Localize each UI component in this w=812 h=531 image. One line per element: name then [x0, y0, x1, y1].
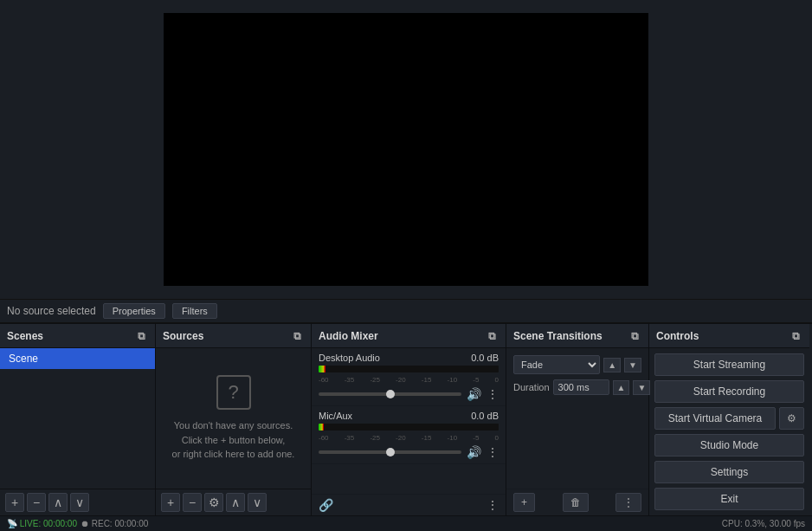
duration-label: Duration	[513, 382, 550, 392]
filters-button[interactable]: Filters	[172, 303, 217, 319]
studio-mode-button[interactable]: Studio Mode	[654, 434, 804, 457]
transitions-panel: Scene Transitions ⧉ Fade ▲ ▼ Duration ▲ …	[506, 324, 649, 515]
controls-title: Controls	[656, 330, 699, 342]
mic-aux-mute-button[interactable]: 🔊	[467, 445, 481, 459]
audio-mixer-panel: Audio Mixer ⧉ Desktop Audio 0.0 dB -60 -…	[312, 324, 506, 515]
fade-spin-up[interactable]: ▲	[603, 358, 621, 372]
audio-settings-button[interactable]: ⋮	[487, 498, 499, 512]
desktop-audio-mute-button[interactable]: 🔊	[467, 387, 481, 401]
controls-header-icons: ⧉	[789, 329, 802, 343]
audio-mixer-title: Audio Mixer	[319, 330, 378, 342]
mic-aux-channel: Mic/Aux 0.0 dB -60 -35 -25 -20 -15 -10 -…	[312, 406, 506, 464]
transitions-add-button[interactable]: +	[513, 493, 535, 512]
preview-canvas	[164, 13, 648, 286]
source-bar: No source selected Properties Filters	[0, 299, 812, 323]
settings-button[interactable]: Settings	[654, 461, 804, 483]
sources-down-button[interactable]: ∨	[248, 493, 267, 512]
desktop-audio-controls: 🔊 ⋮	[319, 387, 499, 401]
sources-footer: + − ⚙ ∧ ∨	[156, 489, 311, 515]
live-icon: 📡	[7, 519, 20, 528]
sources-empty-text: You don't have any sources. Click the + …	[172, 418, 295, 462]
audio-footer: 🔗 ⋮	[312, 494, 506, 515]
controls-content: Start Streaming Start Recording Start Vi…	[649, 348, 809, 515]
audio-maximize-icon[interactable]: ⧉	[486, 329, 499, 343]
live-time: LIVE: 00:00:00	[20, 519, 77, 528]
duration-spin-up[interactable]: ▲	[613, 380, 630, 395]
sources-remove-button[interactable]: −	[183, 493, 202, 512]
scenes-panel: Scenes ⧉ Scene + − ∧ ∨	[0, 324, 156, 515]
sources-empty[interactable]: ? You don't have any sources. Click the …	[156, 348, 311, 489]
desktop-audio-header: Desktop Audio 0.0 dB	[319, 353, 499, 363]
mic-aux-db: 0.0 dB	[471, 411, 499, 421]
mic-aux-menu-button[interactable]: ⋮	[487, 445, 499, 459]
scene-item[interactable]: Scene	[0, 348, 155, 369]
transitions-content: Fade ▲ ▼ Duration ▲ ▼	[506, 348, 648, 402]
scenes-header: Scenes ⧉	[0, 324, 155, 348]
fade-select[interactable]: Fade	[513, 355, 600, 374]
mic-aux-volume-slider[interactable]	[319, 450, 461, 454]
desktop-audio-db: 0.0 dB	[471, 353, 499, 363]
desktop-audio-meter	[319, 366, 499, 372]
desktop-audio-ticks: -60 -35 -25 -20 -15 -10 -5 0	[319, 376, 499, 384]
sources-maximize-icon[interactable]: ⧉	[291, 329, 304, 343]
no-source-label: No source selected	[7, 305, 96, 317]
mic-aux-name: Mic/Aux	[319, 411, 352, 421]
scenes-up-button[interactable]: ∧	[48, 493, 68, 512]
controls-maximize-icon[interactable]: ⧉	[789, 329, 802, 343]
properties-button[interactable]: Properties	[103, 303, 165, 319]
transitions-footer: + 🗑 ⋮	[506, 489, 648, 515]
duration-row: Duration ▲ ▼	[513, 379, 641, 395]
scenes-footer: + − ∧ ∨	[0, 489, 155, 515]
scenes-maximize-icon[interactable]: ⧉	[135, 329, 148, 343]
status-left: 📡 LIVE: 00:00:00 ⏺ REC: 00:00:00	[7, 519, 148, 528]
mic-aux-controls: 🔊 ⋮	[319, 445, 499, 459]
transitions-delete-button[interactable]: 🗑	[563, 493, 589, 512]
duration-spin-down[interactable]: ▼	[633, 380, 650, 395]
preview-area	[0, 0, 812, 299]
sources-settings-button[interactable]: ⚙	[204, 493, 223, 512]
audio-add-button[interactable]: 🔗	[319, 498, 333, 512]
mic-aux-bar	[319, 424, 324, 431]
start-virtual-camera-button[interactable]: Start Virtual Camera	[654, 407, 776, 430]
scenes-header-icons: ⧉	[135, 329, 148, 343]
exit-button[interactable]: Exit	[654, 488, 804, 510]
panels-row: Scenes ⧉ Scene + − ∧ ∨ Sources ⧉ ? You d	[0, 323, 812, 515]
desktop-audio-name: Desktop Audio	[319, 353, 380, 363]
scenes-title: Scenes	[7, 330, 43, 342]
sources-add-button[interactable]: +	[161, 493, 180, 512]
audio-mixer-header: Audio Mixer ⧉	[312, 324, 506, 348]
start-streaming-button[interactable]: Start Streaming	[654, 353, 804, 376]
start-recording-button[interactable]: Start Recording	[654, 380, 804, 403]
sources-header: Sources ⧉	[156, 324, 311, 348]
transitions-menu-button[interactable]: ⋮	[615, 493, 641, 512]
desktop-audio-menu-button[interactable]: ⋮	[487, 387, 499, 401]
desktop-audio-volume-slider[interactable]	[319, 392, 461, 396]
sources-header-icons: ⧉	[291, 329, 304, 343]
virtual-camera-settings-button[interactable]: ⚙	[779, 407, 804, 430]
live-status: 📡 LIVE: 00:00:00	[7, 519, 77, 528]
status-bar: 📡 LIVE: 00:00:00 ⏺ REC: 00:00:00 CPU: 0.…	[0, 515, 812, 531]
fade-row: Fade ▲ ▼	[513, 355, 641, 374]
transitions-header-icons: ⧉	[628, 329, 641, 343]
transitions-maximize-icon[interactable]: ⧉	[628, 329, 641, 343]
fade-spin-down[interactable]: ▼	[624, 358, 641, 372]
transitions-header: Scene Transitions ⧉	[506, 324, 648, 348]
audio-header-icons: ⧉	[486, 329, 499, 343]
mic-aux-ticks: -60 -35 -25 -20 -15 -10 -5 0	[319, 434, 499, 442]
controls-panel: Controls ⧉ Start Streaming Start Recordi…	[649, 324, 809, 515]
rec-status: ⏺ REC: 00:00:00	[81, 519, 148, 528]
duration-input[interactable]	[553, 379, 609, 395]
scenes-remove-button[interactable]: −	[27, 493, 46, 512]
rec-icon: ⏺	[81, 519, 92, 528]
sources-title: Sources	[163, 330, 203, 342]
mic-aux-header: Mic/Aux 0.0 dB	[319, 411, 499, 421]
status-right: CPU: 0.3%, 30.00 fps	[722, 519, 805, 528]
desktop-audio-channel: Desktop Audio 0.0 dB -60 -35 -25 -20 -15…	[312, 348, 506, 406]
scenes-down-button[interactable]: ∨	[70, 493, 89, 512]
question-mark-icon: ?	[216, 375, 251, 410]
transitions-title: Scene Transitions	[513, 330, 603, 342]
sources-up-button[interactable]: ∧	[226, 493, 245, 512]
controls-header: Controls ⧉	[649, 324, 809, 348]
virtual-camera-row: Start Virtual Camera ⚙	[654, 407, 804, 430]
scenes-add-button[interactable]: +	[5, 493, 24, 512]
